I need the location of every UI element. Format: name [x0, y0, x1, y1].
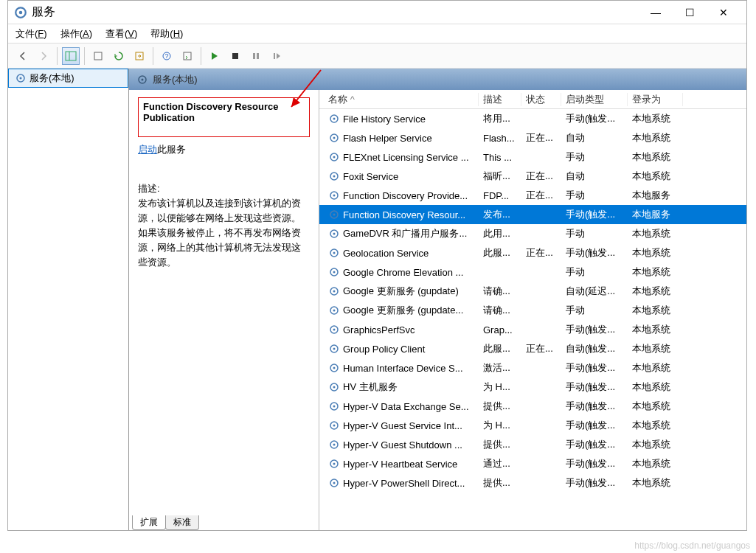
cell-start: 手动	[561, 150, 628, 164]
app-icon	[14, 6, 27, 19]
export-button[interactable]	[131, 47, 148, 65]
selected-service-title: Function Discovery Resource Publication	[143, 101, 305, 123]
back-button[interactable]	[14, 47, 32, 65]
gear-icon	[328, 132, 340, 144]
cell-start: 手动(触发...	[561, 112, 628, 125]
service-row[interactable]: Hyper-V Data Exchange Se...提供...手动(触发...…	[319, 397, 746, 416]
cell-name: Geolocation Service	[324, 247, 479, 259]
column-name[interactable]: 名称 ^	[324, 93, 479, 106]
cell-start: 手动(触发...	[561, 457, 628, 470]
desc-label: 描述:	[138, 183, 160, 194]
service-row[interactable]: GameDVR 和广播用户服务...此用...手动本地系统	[319, 224, 746, 243]
header-strip-label: 服务(本地)	[153, 73, 198, 86]
svg-point-42	[333, 348, 336, 350]
menu-file[interactable]: 文件(F)	[15, 27, 47, 41]
column-status[interactable]: 状态	[521, 93, 561, 106]
service-row[interactable]: Hyper-V Guest Shutdown ...提供...手动(触发...本…	[319, 435, 746, 454]
service-row[interactable]: Group Policy Client此服...正在...自动(触发...本地系…	[319, 339, 746, 358]
toolbar-separator	[84, 47, 85, 65]
cell-logon: 本地系统	[628, 170, 683, 183]
service-row[interactable]: Human Interface Device S...激活...手动(触发...…	[319, 358, 746, 378]
cell-status: 正在...	[521, 131, 561, 145]
restart-service-button[interactable]	[268, 47, 285, 65]
close-button[interactable]: ✕	[707, 1, 741, 24]
help-button[interactable]: ?	[158, 47, 176, 65]
toolbar-separator	[153, 47, 153, 65]
cell-start: 自动	[561, 170, 628, 183]
cell-logon: 本地系统	[628, 112, 683, 125]
gear-icon	[136, 74, 148, 86]
watermark: https://blog.csdn.net/guangos	[634, 540, 750, 551]
cell-name: Function Discovery Resour...	[324, 209, 479, 220]
cell-start: 手动(触发...	[561, 323, 628, 336]
forward-button[interactable]	[35, 47, 52, 65]
titlebar: 服务 — ☐ ✕	[8, 1, 746, 24]
column-logon[interactable]: 登录为	[628, 93, 683, 106]
cell-name: Flash Helper Service	[324, 132, 479, 144]
service-row[interactable]: Google Chrome Elevation ...手动本地系统	[319, 262, 746, 282]
minimize-button[interactable]: —	[639, 1, 673, 24]
service-row[interactable]: Function Discovery Provide...FDP...正在...…	[319, 186, 746, 205]
service-row[interactable]: Foxit Service福昕...正在...自动本地系统	[319, 167, 746, 186]
pause-service-button[interactable]	[247, 47, 265, 65]
stop-service-button[interactable]	[226, 47, 244, 65]
cell-logon: 本地系统	[628, 419, 683, 432]
service-row[interactable]: Google 更新服务 (gupdate)请确...自动(延迟...本地系统	[319, 282, 746, 301]
cell-desc: 将用...	[479, 112, 521, 125]
body-area: 服务(本地) 服务(本地) Function Discovery Resourc…	[8, 69, 746, 530]
start-service-link[interactable]: 启动	[138, 144, 157, 155]
tab-extended[interactable]: 扩展	[132, 515, 166, 530]
cell-desc: 提供...	[479, 400, 521, 413]
cell-name: Hyper-V Data Exchange Se...	[324, 400, 479, 412]
service-list[interactable]: File History Service将用...手动(触发...本地系统Fla…	[319, 109, 746, 530]
service-row[interactable]: FLEXnet Licensing Service ...This ...手动本…	[319, 147, 746, 167]
cell-desc: Flash...	[479, 133, 521, 144]
gear-icon	[328, 362, 340, 374]
cell-name: Google 更新服务 (gupdate...	[324, 304, 479, 317]
cell-start: 手动(触发...	[561, 476, 628, 490]
service-row[interactable]: Google 更新服务 (gupdate...请确...手动本地系统	[319, 301, 746, 320]
cell-logon: 本地系统	[628, 323, 683, 336]
cell-start: 手动(触发...	[561, 380, 628, 394]
cell-desc: 此服...	[479, 246, 521, 260]
cell-desc: 请确...	[479, 285, 521, 298]
service-row[interactable]: Hyper-V PowerShell Direct...提供...手动(触发..…	[319, 473, 746, 493]
service-row[interactable]: Hyper-V Guest Service Int...为 H...手动(触发.…	[319, 416, 746, 435]
service-row[interactable]: File History Service将用...手动(触发...本地系统	[319, 109, 746, 128]
menu-action[interactable]: 操作(A)	[60, 27, 92, 41]
window-controls: — ☐ ✕	[639, 1, 741, 24]
cell-desc: FDP...	[479, 190, 521, 201]
menu-view[interactable]: 查看(V)	[105, 27, 137, 41]
cell-desc: 提供...	[479, 476, 521, 490]
cell-name: Hyper-V Guest Service Int...	[324, 420, 479, 431]
start-service-button[interactable]	[206, 47, 223, 65]
service-row[interactable]: HV 主机服务为 H...手动(触发...本地系统	[319, 378, 746, 397]
show-hide-tree-button[interactable]	[62, 47, 80, 65]
cell-logon: 本地系统	[628, 265, 683, 279]
service-row[interactable]: Geolocation Service此服...正在...手动(触发...本地系…	[319, 243, 746, 262]
actions-button[interactable]	[178, 47, 196, 65]
cell-logon: 本地系统	[628, 285, 683, 298]
gear-icon	[328, 324, 340, 335]
gear-icon	[328, 113, 340, 125]
cell-name: Google 更新服务 (gupdate)	[324, 285, 479, 298]
menu-help[interactable]: 帮助(H)	[150, 27, 183, 41]
cell-name: Hyper-V Heartbeat Service	[324, 458, 479, 470]
cell-desc: 为 H...	[479, 419, 521, 432]
service-row[interactable]: GraphicsPerfSvcGrap...手动(触发...本地系统	[319, 320, 746, 339]
refresh-button[interactable]	[110, 47, 128, 65]
cell-start: 手动	[561, 189, 628, 202]
service-row[interactable]: Hyper-V Heartbeat Service通过...手动(触发...本地…	[319, 454, 746, 473]
svg-point-26	[333, 195, 336, 197]
svg-point-36	[333, 291, 336, 293]
tab-standard[interactable]: 标准	[165, 515, 199, 530]
column-desc[interactable]: 描述	[479, 93, 521, 106]
column-start[interactable]: 启动类型	[561, 93, 628, 106]
menubar: 文件(F) 操作(A) 查看(V) 帮助(H)	[8, 24, 746, 44]
maximize-button[interactable]: ☐	[673, 1, 707, 24]
properties-button[interactable]	[89, 47, 107, 65]
service-row[interactable]: Flash Helper ServiceFlash...正在...自动本地系统	[319, 128, 746, 147]
sidebar-item-services-local[interactable]: 服务(本地)	[8, 69, 128, 88]
toolbar-separator	[57, 47, 58, 65]
service-row[interactable]: Function Discovery Resour...发布...手动(触发..…	[319, 205, 746, 224]
